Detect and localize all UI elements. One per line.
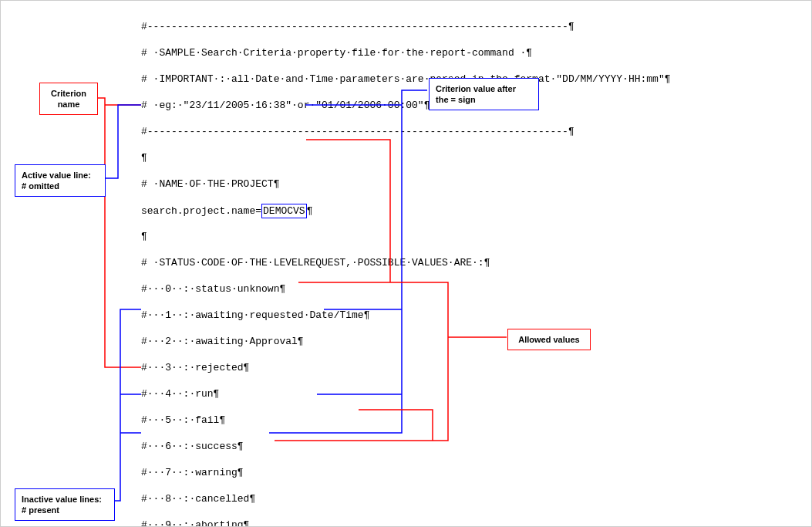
code-line: # ·IMPORTANT·:·all·Date·and·Time·paramet… (141, 73, 671, 86)
code-line: # ·STATUS·CODE·OF·THE·LEVELREQUEST,·POSS… (141, 256, 671, 269)
code-line: #···7··:·warning¶ (141, 466, 671, 479)
callout-inactive-value: Inactive value lines:# present (15, 488, 115, 521)
code-line: #···0··:·status·unknown¶ (141, 282, 671, 296)
prop-key: search.project.name= (141, 205, 261, 217)
code-line: #···3··:·rejected¶ (141, 361, 671, 374)
code-line: ¶ (141, 151, 671, 164)
property-file-content: #---------------------------------------… (141, 7, 671, 527)
callout-active-value: Active value line:# omitted (15, 164, 106, 197)
callout-criterion-value: Criterion value afterthe = sign (429, 78, 539, 110)
code-line-project: search.project.name=DEMOCVS¶ (141, 204, 671, 217)
callout-text: Criterionname (51, 89, 86, 109)
eol: ¶ (307, 205, 313, 217)
callout-text: Active value line:# omitted (22, 171, 91, 191)
code-line: #···8··:·cancelled¶ (141, 492, 671, 505)
code-line: ¶ (141, 230, 671, 243)
code-line: # ·NAME·OF·THE·PROJECT¶ (141, 177, 671, 191)
code-line: #···9··:·aborting¶ (141, 519, 671, 527)
callout-criterion-name: Criterionname (39, 83, 98, 115)
code-line: #···2··:·awaiting·Approval¶ (141, 335, 671, 348)
callout-text: Allowed values (518, 335, 579, 344)
prop-value-democvs: DEMOCVS (261, 204, 307, 218)
callout-text: Inactive value lines:# present (22, 495, 102, 515)
code-line: #···4··:·run¶ (141, 387, 671, 400)
callout-text: Criterion value afterthe = sign (436, 84, 516, 104)
code-line: #···5··:·fail¶ (141, 414, 671, 427)
code-line: #---------------------------------------… (141, 20, 671, 33)
code-line: #···1··:·awaiting·requested·Date/Time¶ (141, 309, 671, 322)
code-line: #···6··:·success¶ (141, 440, 671, 453)
code-line: # ·SAMPLE·Search·Criteria·property·file·… (141, 46, 671, 59)
code-line: # ·eg:·"23/11/2005·16:38"·or·"01/01/2006… (141, 99, 671, 112)
code-line: #---------------------------------------… (141, 125, 671, 138)
callout-allowed-values: Allowed values (507, 329, 591, 350)
